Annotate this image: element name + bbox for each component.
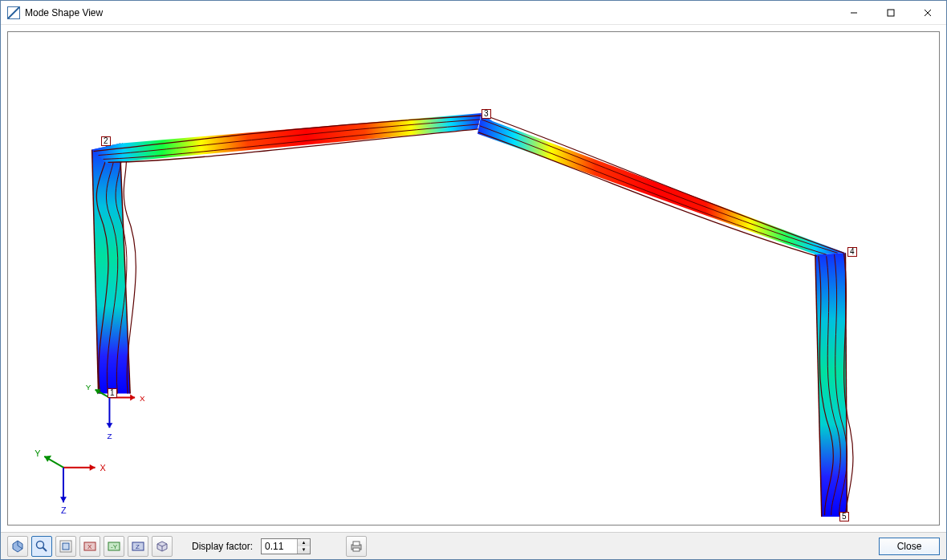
svg-text:Z: Z — [107, 432, 112, 440]
svg-rect-38 — [353, 548, 360, 551]
svg-marker-9 — [130, 395, 135, 401]
display-factor-up[interactable]: ▲ — [298, 539, 310, 546]
zoom-button[interactable] — [31, 536, 52, 557]
minimize-button[interactable] — [835, 1, 872, 25]
svg-marker-21 — [60, 497, 67, 502]
svg-text:Z: Z — [61, 505, 67, 515]
statusbar: X -Y Z Display factor: ▲ ▼ Close — [1, 532, 946, 559]
svg-text:Z: Z — [136, 543, 140, 550]
svg-text:Y: Y — [35, 448, 41, 458]
svg-marker-18 — [90, 465, 96, 471]
titlebar: Mode Shape View — [1, 1, 946, 25]
svg-text:X: X — [100, 463, 107, 473]
mode-shape-render: X Z Y X Z Y — [8, 32, 939, 525]
rotate-view-button[interactable] — [7, 536, 28, 557]
node-1-label: 1 — [108, 388, 117, 398]
view-x-button[interactable]: X — [79, 536, 100, 557]
fit-view-button[interactable] — [55, 536, 76, 557]
display-factor-down[interactable]: ▼ — [298, 546, 310, 554]
display-factor-label: Display factor: — [192, 541, 253, 552]
close-button[interactable]: Close — [879, 538, 940, 555]
right-column — [815, 253, 853, 517]
node-3-label: 3 — [482, 109, 491, 119]
view-z-button[interactable]: Z — [128, 536, 148, 557]
window-title: Mode Shape View — [25, 7, 103, 18]
view-y-button[interactable]: -Y — [104, 536, 124, 557]
node-4-label: 4 — [847, 247, 857, 257]
node-5-label: 5 — [839, 512, 849, 521]
left-column — [92, 144, 136, 394]
display-factor-spinbox[interactable]: ▲ ▼ — [261, 538, 311, 554]
app-icon — [7, 6, 20, 19]
global-axis-triad: X Z Y — [35, 448, 106, 515]
maximize-button[interactable] — [872, 1, 909, 25]
svg-point-26 — [37, 541, 44, 548]
app-window: Mode Shape View — [0, 0, 947, 560]
svg-text:-Y: -Y — [111, 543, 118, 550]
display-factor-input[interactable] — [262, 539, 297, 554]
svg-marker-12 — [106, 423, 112, 428]
svg-rect-1 — [888, 10, 894, 16]
svg-text:X: X — [140, 394, 145, 403]
svg-rect-29 — [63, 543, 69, 550]
left-rafter — [92, 113, 482, 163]
right-rafter — [478, 113, 846, 256]
svg-marker-24 — [44, 456, 51, 462]
iso-view-button[interactable] — [152, 536, 173, 557]
print-button[interactable] — [346, 536, 367, 557]
node-2-label: 2 — [101, 136, 111, 146]
svg-marker-6 — [92, 113, 482, 163]
svg-rect-37 — [353, 542, 360, 546]
svg-text:Y: Y — [86, 383, 91, 392]
svg-text:X: X — [87, 543, 92, 550]
svg-line-27 — [43, 547, 47, 551]
close-window-button[interactable] — [909, 1, 946, 25]
viewport[interactable]: X Z Y X Z Y 1 2 3 — [7, 31, 940, 526]
